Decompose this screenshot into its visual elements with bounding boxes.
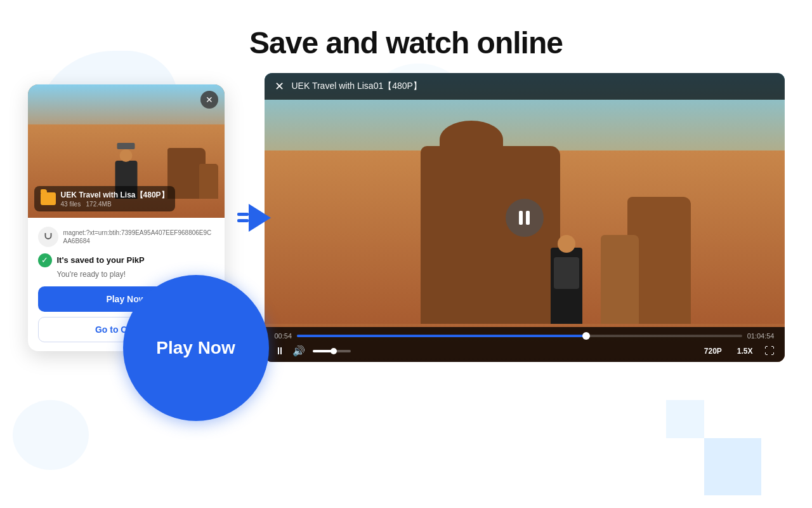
play-now-circle[interactable]: Play Now [123,275,269,421]
video-player: ✕ UEK Travel with Lisa01【480P】 00:54 [265,73,785,362]
video-person [551,248,582,324]
player-title: UEK Travel with Lisa01【480P】 [292,81,422,92]
fullscreen-button[interactable]: ⛶ [764,345,775,357]
pause-bar-1 [519,211,523,225]
file-count: 43 files [61,201,81,208]
volume-thumb [331,348,337,354]
progress-thumb [582,332,590,340]
saved-message: It's saved to your PikP [57,255,145,265]
total-time: 01:04:54 [747,332,775,340]
decorative-blob-bl [13,400,89,470]
magnet-link-text: magnet:?xt=urn:btih:7399EA95A407EEF96880… [63,229,214,245]
magnet-row: magnet:?xt=urn:btih:7399EA95A407EEF96880… [38,227,214,247]
file-name: UEK Travel with Lisa【480P】 [61,190,169,201]
play-pause-button[interactable]: ⏸ [275,345,285,357]
decorative-grid-br2 [666,400,704,438]
progress-bar[interactable] [297,335,742,337]
file-info-bar: UEK Travel with Lisa【480P】 43 files 172.… [34,186,175,211]
magnet-icon [38,227,58,247]
speed-button[interactable]: 1.5X [733,345,757,357]
video-rock-1 [421,146,560,324]
left-panel: ✕ UEK Travel with Lisa【480P】 43 files 17… [28,84,256,351]
video-backpack [554,257,579,289]
torrent-thumbnail: ✕ UEK Travel with Lisa【480P】 43 files 17… [28,84,225,218]
player-top-bar: ✕ UEK Travel with Lisa01【480P】 [265,73,785,100]
progress-row: 00:54 01:04:54 [275,332,775,340]
volume-bar[interactable] [313,350,351,352]
video-rock-3 [601,235,639,324]
file-text: UEK Travel with Lisa【480P】 43 files 172.… [61,190,169,208]
file-size: 172.4MB [86,201,112,208]
check-icon: ✓ [38,253,52,267]
player-bottom-bar: 00:54 01:04:54 ⏸ 🔊 720P 1.5X ⛶ [265,327,785,362]
pause-icon [519,211,530,225]
progress-fill [297,335,586,337]
pause-bar-2 [526,211,530,225]
content-area: ✕ UEK Travel with Lisa【480P】 43 files 17… [0,73,812,362]
saved-row: ✓ It's saved to your PikP [38,253,214,267]
close-button[interactable]: ✕ [200,91,218,109]
folder-icon [41,192,56,205]
decorative-grid-br [704,438,761,495]
controls-row: ⏸ 🔊 720P 1.5X ⛶ [275,345,775,357]
player-close-icon[interactable]: ✕ [275,79,284,93]
thumb-hat [117,143,135,149]
play-now-circle-label: Play Now [156,338,235,358]
volume-button[interactable]: 🔊 [292,345,305,357]
current-time: 00:54 [275,332,292,340]
pause-button-center[interactable] [506,199,544,237]
thumb-rock2 [199,164,218,199]
file-meta: 43 files 172.4MB [61,201,169,208]
quality-button[interactable]: 720P [700,345,726,357]
